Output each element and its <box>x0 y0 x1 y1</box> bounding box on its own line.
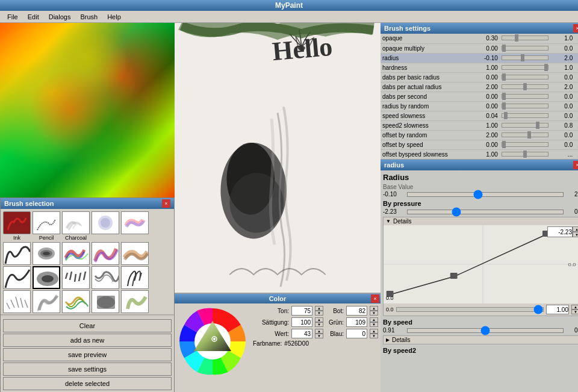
base-value-slider[interactable] <box>407 192 564 197</box>
menu-edit[interactable]: Edit <box>23 12 44 22</box>
table-row[interactable]: offset by random 2.00 0.0 X <box>381 130 578 140</box>
table-row[interactable]: speed2 slowness 1.00 0.8 ... <box>381 120 578 130</box>
menu-dialogs[interactable]: Dialogs <box>44 12 76 22</box>
setting-btn[interactable]: X <box>574 53 578 63</box>
setting-btn[interactable]: X <box>574 43 578 53</box>
brush-row2-5[interactable] <box>121 242 149 265</box>
setting-slider[interactable] <box>502 65 548 70</box>
brush-settings-close[interactable]: × <box>573 24 578 33</box>
table-row[interactable]: speed slowness 0.04 0.0 ... <box>381 111 578 120</box>
setting-slider[interactable] <box>502 113 548 118</box>
setting-slider[interactable] <box>502 123 548 128</box>
wert-spinner[interactable]: ▲ ▼ <box>315 329 323 338</box>
setting-slider-cell[interactable] <box>500 63 556 72</box>
brush-row2-1[interactable] <box>3 242 31 265</box>
chart-value-spinner[interactable]: ▲ ▼ <box>573 226 578 237</box>
brush-row4-1[interactable] <box>3 290 31 313</box>
blau-input[interactable] <box>346 329 367 338</box>
sattigung-spinner[interactable]: ▲ ▼ <box>315 317 323 327</box>
brush-row3-4[interactable] <box>92 266 119 289</box>
setting-slider-cell[interactable] <box>500 82 556 92</box>
brush-row4-4[interactable] <box>92 290 119 313</box>
by-speed-slider[interactable] <box>407 328 564 333</box>
setting-slider-cell[interactable] <box>500 101 556 111</box>
setting-btn[interactable]: ... <box>574 111 578 120</box>
delete-selected-button[interactable]: delete selected <box>3 377 172 390</box>
table-row[interactable]: radius -0.10 2.0 X <box>381 53 578 63</box>
menu-file[interactable]: File <box>2 12 23 22</box>
brush-row2-2[interactable] <box>33 242 60 265</box>
chart-x-spinner[interactable]: ▲ ▼ <box>571 305 578 314</box>
drawing-area[interactable]: Hello <box>175 23 381 293</box>
add-as-new-button[interactable]: add as new <box>3 334 172 347</box>
setting-btn[interactable]: = <box>574 82 578 92</box>
brush-selection-close[interactable]: × <box>162 199 170 208</box>
brush-row2-4[interactable] <box>92 242 119 265</box>
setting-slider-cell[interactable] <box>500 149 556 159</box>
grun-down[interactable]: ▼ <box>370 322 378 327</box>
table-row[interactable]: offset byspeed slowness 1.00 ... ... <box>381 149 578 159</box>
setting-btn[interactable]: ... <box>574 34 578 43</box>
chart-value-down[interactable]: ▼ <box>573 232 578 237</box>
setting-slider[interactable] <box>502 132 548 137</box>
setting-btn[interactable]: ... <box>574 63 578 72</box>
setting-btn[interactable]: ... <box>574 120 578 130</box>
brush-settings-scroll[interactable]: opaque 0.30 1.0 ... opaque multiply 0.00… <box>381 34 578 159</box>
bot-up[interactable]: ▲ <box>370 306 378 311</box>
setting-slider[interactable] <box>502 75 548 79</box>
setting-slider[interactable] <box>502 36 548 40</box>
wert-input[interactable] <box>291 329 312 338</box>
setting-slider[interactable] <box>502 94 548 99</box>
chart-x-up[interactable]: ▲ <box>571 305 578 310</box>
chart-value-input[interactable] <box>547 226 573 237</box>
brush-row4-5[interactable] <box>121 290 149 313</box>
table-row[interactable]: offset by speed 0.00 0.0 ... <box>381 140 578 149</box>
ton-down[interactable]: ▼ <box>315 311 323 316</box>
table-row[interactable]: dabs per actual radius 2.00 2.0 = <box>381 82 578 92</box>
blau-spinner[interactable]: ▲ ▼ <box>370 329 378 338</box>
blau-up[interactable]: ▲ <box>370 329 378 334</box>
sattigung-up[interactable]: ▲ <box>315 317 323 322</box>
setting-slider[interactable] <box>502 104 548 108</box>
table-row[interactable]: opaque multiply 0.00 0.0 X <box>381 43 578 53</box>
setting-slider-cell[interactable] <box>500 53 556 63</box>
by-pressure-slider[interactable] <box>407 210 564 214</box>
setting-slider-cell[interactable] <box>500 43 556 53</box>
details-header[interactable]: ▼ Details <box>384 217 578 225</box>
setting-btn[interactable]: ... <box>574 72 578 82</box>
blau-down[interactable]: ▼ <box>370 334 378 338</box>
radius-close[interactable]: × <box>573 161 578 169</box>
menu-brush[interactable]: Brush <box>75 12 102 22</box>
grun-input[interactable] <box>346 317 367 327</box>
brush-smudge-1[interactable] <box>121 211 149 234</box>
sattigung-input[interactable] <box>291 317 312 327</box>
save-preview-button[interactable]: save preview <box>3 348 172 361</box>
setting-slider-cell[interactable] <box>500 92 556 101</box>
color-close[interactable]: × <box>371 294 379 303</box>
table-row[interactable]: hardness 1.00 1.0 ... <box>381 63 578 72</box>
brush-row3-5[interactable] <box>121 266 149 289</box>
table-row[interactable]: radius by random 0.00 0.0 ... <box>381 101 578 111</box>
setting-slider-cell[interactable] <box>500 130 556 140</box>
brush-row4-2[interactable] <box>33 290 60 313</box>
brush-row3-1[interactable] <box>3 266 31 289</box>
chart-x-down[interactable]: ▼ <box>571 310 578 314</box>
menu-help[interactable]: Help <box>102 12 126 22</box>
table-row[interactable]: dabs per basic radius 0.00 0.0 ... <box>381 72 578 82</box>
setting-slider[interactable] <box>502 55 548 60</box>
clear-button[interactable]: Clear <box>3 319 172 332</box>
brush-row3-3[interactable] <box>62 266 90 289</box>
table-row[interactable]: opaque 0.30 1.0 ... <box>381 34 578 43</box>
details-chart[interactable]: ▲ ▼ <box>384 225 578 303</box>
setting-btn[interactable]: ... <box>574 92 578 101</box>
grun-spinner[interactable]: ▲ ▼ <box>370 317 378 327</box>
ton-spinner[interactable]: ▲ ▼ <box>315 306 323 316</box>
brush-pencil-1[interactable] <box>33 211 60 234</box>
setting-slider-cell[interactable] <box>500 120 556 130</box>
grun-up[interactable]: ▲ <box>370 317 378 322</box>
setting-btn[interactable]: ... <box>574 149 578 159</box>
setting-slider-cell[interactable] <box>500 140 556 149</box>
brush-selected[interactable] <box>33 266 60 289</box>
chart-x-input[interactable] <box>546 305 569 314</box>
color-wheel-svg[interactable] <box>177 306 248 377</box>
